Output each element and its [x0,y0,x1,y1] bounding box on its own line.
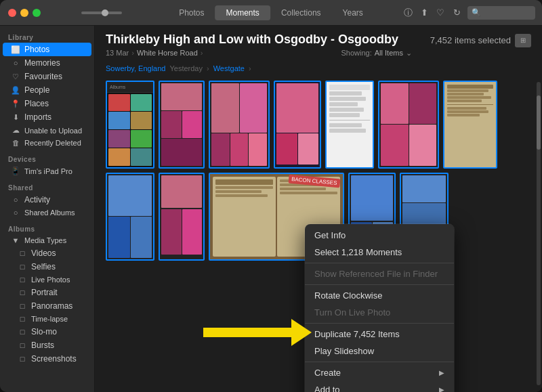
sidebar-item-activity[interactable]: ○ Activity [3,193,91,206]
sidebar-item-unable[interactable]: ☁ Unable to Upload [3,124,91,137]
sidebar-item-media-types-label: Media Types [24,236,66,244]
deleted-icon: 🗑 [11,139,20,147]
zoom-slider[interactable] [81,12,122,14]
panoramas-icon: □ [18,302,27,310]
location-bar: Sowerby, England Yesterday › Westgate › [95,62,542,75]
sidebar-item-imports[interactable]: ⬇ Imports [3,110,91,124]
unable-icon: ☁ [11,126,20,135]
context-menu: Get Info Select 1,218 Moments Show Refer… [305,224,454,393]
sidebar-item-slomo[interactable]: □ Slo-mo [3,325,91,339]
menu-item-show-finder: Show Referenced File in Finder [305,265,454,282]
maximize-button[interactable] [33,9,41,17]
selfies-icon: □ [18,263,27,271]
loc-time: Yesterday [169,64,203,72]
menu-item-rotate[interactable]: Rotate Clockwise [305,287,454,304]
menu-item-add-to[interactable]: Add to ▶ [305,381,454,393]
media-types-icon: ▼ [11,236,20,244]
sidebar-item-screenshots[interactable]: □ Screenshots [3,352,91,366]
sidebar-item-deleted[interactable]: 🗑 Recently Deleted [3,137,91,149]
info-icon[interactable]: ⓘ [402,7,413,18]
shared-section-title: Shared [0,181,94,193]
tab-moments[interactable]: Moments [215,5,270,20]
area-link[interactable]: Westgate [213,64,245,72]
photo-thumb[interactable] [209,81,270,169]
photo-thumb[interactable] [159,81,205,169]
titlebar: Photos Moments Collections Years ⓘ ⬆ ♡ ↻… [0,0,542,26]
sidebar-item-memories-label: Memories [24,58,60,68]
menu-separator [305,362,454,362]
share-icon[interactable]: ⬆ [419,7,430,18]
arrow-head [291,319,312,346]
main-content: Library ⬜ Photos ○ Memories ♡ Favourites… [0,26,542,392]
sidebar-item-shared-albums-label: Shared Albums [24,209,75,217]
sidebar-item-ipad[interactable]: 📱 Tim's iPad Pro [3,165,91,177]
photos-header: Thirkleby High and Low with Osgodby - Os… [95,26,542,62]
loc-sep: › [207,64,209,72]
sidebar-item-photos-label: Photos [24,45,49,54]
close-button[interactable] [8,9,16,17]
sidebar-item-ipad-label: Tim's iPad Pro [24,167,72,175]
ipad-icon: 📱 [11,167,20,175]
photo-thumb[interactable] [325,81,374,169]
sidebar-item-deleted-label: Recently Deleted [24,139,81,147]
photo-thumb[interactable] [443,81,497,169]
menu-item-get-info[interactable]: Get Info [305,227,454,244]
timelapse-icon: □ [18,315,27,323]
sidebar-item-panoramas[interactable]: □ Panoramas [3,299,91,313]
sidebar-item-selfies[interactable]: □ Selfies [3,260,91,274]
sidebar-item-photos[interactable]: ⬜ Photos [3,43,91,56]
sidebar-item-media-types[interactable]: ▼ Media Types [3,234,91,246]
memories-icon: ○ [11,59,20,67]
sidebar-item-people[interactable]: 👤 People [3,83,91,97]
sidebar-item-activity-label: Activity [24,195,50,204]
rotate-icon[interactable]: ↻ [451,7,462,18]
sidebar-item-live[interactable]: □ Live Photos [3,274,91,286]
photo-thumb[interactable] [274,81,321,169]
photo-thumb[interactable]: Albums [106,81,154,169]
sidebar-item-videos[interactable]: □ Videos [3,246,91,260]
sidebar-item-videos-label: Videos [31,248,56,258]
place-link[interactable]: Sowerby, England [106,64,165,72]
menu-item-create[interactable]: Create ▶ [305,364,454,381]
sidebar-item-screenshots-label: Screenshots [31,354,77,364]
main-window: Photos Moments Collections Years ⓘ ⬆ ♡ ↻… [0,0,542,392]
sidebar-item-places-label: Places [24,99,49,108]
breadcrumb: 13 Mar › White Horse Road › Showing: All… [106,49,531,58]
date-label: 13 Mar [106,49,129,57]
search-icon: 🔍 [472,8,481,17]
sidebar-item-memories[interactable]: ○ Memories [3,56,91,70]
photos-icon: ⬜ [11,45,20,54]
menu-item-duplicate[interactable]: Duplicate 7,452 Items [305,326,454,343]
tab-photos[interactable]: Photos [168,5,215,20]
photo-grid: Albums [95,75,542,393]
tab-years[interactable]: Years [332,5,374,20]
sidebar-item-timelapse-label: Time-lapse [31,315,68,323]
menu-separator [305,263,454,263]
breadcrumb-sep: › [131,49,134,57]
portrait-icon: □ [18,288,27,297]
photos-title: Thirkleby High and Low with Osgodby - Os… [106,32,398,47]
sidebar-item-bursts[interactable]: □ Bursts [3,339,91,352]
navigation-tabs: Photos Moments Collections Years [168,5,374,20]
sidebar-item-favourites[interactable]: ♡ Favourites [3,70,91,83]
sidebar-item-selfies-label: Selfies [31,262,56,271]
photo-thumb[interactable] [378,81,439,169]
sidebar-item-timelapse[interactable]: □ Time-lapse [3,313,91,325]
sidebar-item-shared-albums[interactable]: ○ Shared Albums [3,206,91,219]
location-link[interactable]: White Horse Road [137,49,198,57]
sidebar: Library ⬜ Photos ○ Memories ♡ Favourites… [0,26,95,392]
slomo-icon: □ [18,328,27,336]
sidebar-item-places[interactable]: 📍 Places [3,97,91,110]
arrow-icon: ▶ [439,386,444,393]
scrollbar-thumb[interactable] [537,95,541,150]
menu-item-slideshow[interactable]: Play Slideshow [305,343,454,360]
scrollbar[interactable] [537,82,541,386]
photo-thumb[interactable] [106,173,154,261]
minimize-button[interactable] [20,9,28,17]
heart-icon[interactable]: ♡ [435,7,446,18]
search-box[interactable]: 🔍 [467,6,535,20]
tab-collections[interactable]: Collections [270,5,332,20]
sidebar-item-portrait[interactable]: □ Portrait [3,286,91,299]
photo-thumb[interactable] [159,173,205,261]
menu-item-select-moments[interactable]: Select 1,218 Moments [305,244,454,261]
